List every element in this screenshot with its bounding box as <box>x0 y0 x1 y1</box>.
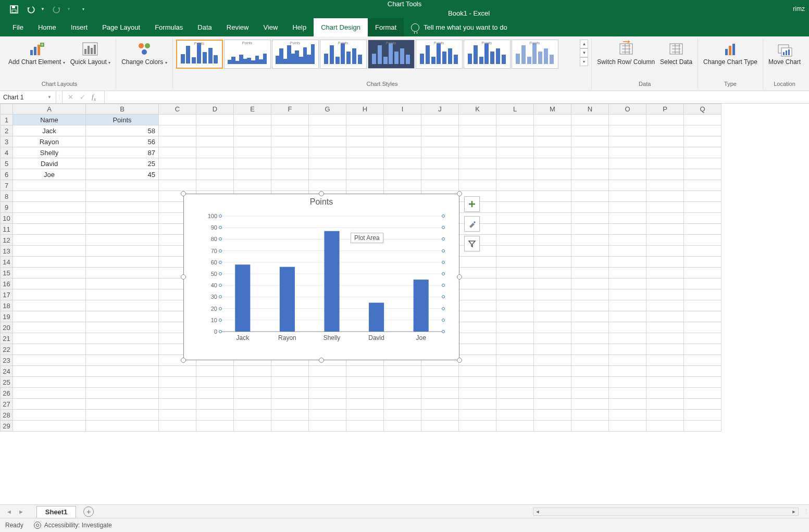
cell[interactable] <box>646 300 684 311</box>
cell[interactable] <box>309 158 346 169</box>
cell[interactable]: Points <box>86 115 159 125</box>
cell[interactable] <box>159 410 196 421</box>
cell[interactable] <box>421 115 459 125</box>
cell[interactable] <box>646 213 684 224</box>
cell[interactable] <box>421 388 459 399</box>
cell[interactable] <box>534 246 571 257</box>
tab-data[interactable]: Data <box>190 18 219 36</box>
cell[interactable] <box>234 366 271 377</box>
cell[interactable] <box>609 202 646 213</box>
cell[interactable] <box>534 388 571 399</box>
chart-filter-button[interactable] <box>464 236 480 251</box>
plot-selection-handle[interactable] <box>219 307 222 310</box>
cell[interactable] <box>571 115 609 125</box>
cell[interactable] <box>234 399 271 410</box>
cell[interactable] <box>384 147 421 158</box>
cell[interactable] <box>234 410 271 421</box>
cell[interactable] <box>534 333 571 344</box>
chart-bar[interactable] <box>324 231 339 332</box>
cell[interactable] <box>346 180 384 191</box>
cell[interactable] <box>346 366 384 377</box>
column-header[interactable]: H <box>346 104 384 115</box>
cell[interactable] <box>609 213 646 224</box>
cell[interactable]: Jack <box>13 125 86 136</box>
cell[interactable] <box>496 191 534 202</box>
cell[interactable] <box>459 399 496 410</box>
plot-selection-handle[interactable] <box>442 261 445 264</box>
cell[interactable] <box>346 169 384 180</box>
cell[interactable] <box>13 421 86 432</box>
sheet-nav-prev-icon[interactable]: ◄ <box>4 508 14 516</box>
cell[interactable] <box>86 388 159 399</box>
cell[interactable] <box>196 147 234 158</box>
chart-resize-handle[interactable] <box>319 358 324 363</box>
column-header[interactable]: P <box>646 104 684 115</box>
cell[interactable] <box>86 191 159 202</box>
cell[interactable] <box>534 202 571 213</box>
cell[interactable] <box>609 125 646 136</box>
cell[interactable] <box>384 115 421 125</box>
row-header[interactable]: 16 <box>1 278 13 289</box>
cell[interactable] <box>684 169 721 180</box>
cell[interactable] <box>86 344 159 355</box>
tab-file[interactable]: File <box>5 18 31 36</box>
cell[interactable] <box>534 322 571 333</box>
cell[interactable] <box>196 158 234 169</box>
cell[interactable] <box>13 268 86 278</box>
cell[interactable] <box>684 246 721 257</box>
cell[interactable] <box>459 322 496 333</box>
chart-styles-button[interactable] <box>464 216 480 232</box>
cell[interactable] <box>159 169 196 180</box>
cell[interactable] <box>646 202 684 213</box>
cell[interactable] <box>159 158 196 169</box>
cell[interactable] <box>86 235 159 246</box>
cell[interactable] <box>684 191 721 202</box>
cell[interactable] <box>534 169 571 180</box>
tab-chart-design[interactable]: Chart Design <box>314 18 368 36</box>
cell[interactable] <box>609 115 646 125</box>
row-header[interactable]: 27 <box>1 399 13 410</box>
row-header[interactable]: 4 <box>1 147 13 158</box>
chart-bar[interactable] <box>414 280 429 332</box>
cell[interactable] <box>196 410 234 421</box>
cell[interactable] <box>496 410 534 421</box>
cell[interactable] <box>646 344 684 355</box>
cell[interactable] <box>421 169 459 180</box>
row-header[interactable]: 26 <box>1 388 13 399</box>
cell[interactable] <box>571 421 609 432</box>
cell[interactable]: David <box>13 158 86 169</box>
cell[interactable] <box>86 399 159 410</box>
row-header[interactable]: 21 <box>1 333 13 344</box>
name-box[interactable]: Chart 1 ▼ <box>0 91 56 103</box>
cell[interactable] <box>684 147 721 158</box>
cell[interactable] <box>459 355 496 366</box>
cell[interactable] <box>609 410 646 421</box>
cell[interactable] <box>86 213 159 224</box>
cell[interactable] <box>496 355 534 366</box>
chart-style-option[interactable]: Points <box>224 40 271 69</box>
cell[interactable] <box>13 289 86 300</box>
plot-selection-handle[interactable] <box>442 307 445 310</box>
cell[interactable] <box>13 333 86 344</box>
cell[interactable] <box>496 421 534 432</box>
cell[interactable] <box>496 158 534 169</box>
redo-dropdown-icon[interactable]: ▼ <box>67 7 71 11</box>
cell[interactable] <box>13 213 86 224</box>
chart-bar[interactable] <box>280 267 295 332</box>
cell[interactable] <box>646 158 684 169</box>
cell[interactable] <box>234 388 271 399</box>
cell[interactable] <box>571 377 609 388</box>
cell[interactable] <box>534 344 571 355</box>
formula-bar-input[interactable] <box>104 91 809 103</box>
cell[interactable]: 25 <box>86 158 159 169</box>
cell[interactable] <box>609 191 646 202</box>
cell[interactable] <box>684 213 721 224</box>
change-colors-button[interactable]: Change Colors ▾ <box>119 40 169 68</box>
cell[interactable] <box>534 224 571 235</box>
cell[interactable] <box>309 147 346 158</box>
cell[interactable] <box>646 125 684 136</box>
cell[interactable] <box>646 388 684 399</box>
cell[interactable] <box>159 115 196 125</box>
chart-bar[interactable] <box>235 264 250 332</box>
cell[interactable] <box>421 125 459 136</box>
